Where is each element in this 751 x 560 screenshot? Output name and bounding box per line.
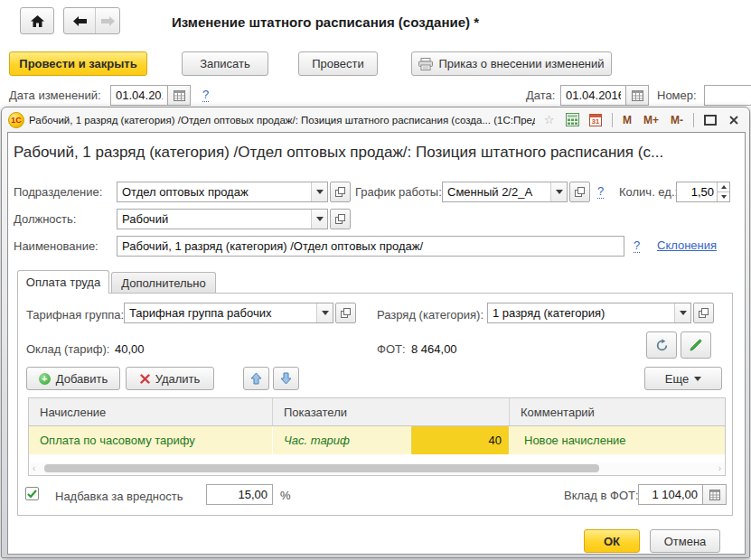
- hazard-checkbox[interactable]: [25, 487, 39, 500]
- quantity-spinner: [717, 182, 729, 201]
- dialog-content: Рабочий, 1 разряд (категория) /Отдел опт…: [7, 132, 746, 555]
- header-comment: Комментарий: [510, 398, 725, 425]
- department-dropdown-button[interactable]: [311, 182, 327, 201]
- fot-contribution-label: Вклад в ФОТ:: [564, 489, 639, 502]
- position-value: Рабочий: [117, 210, 311, 229]
- add-row-button[interactable]: + Добавить: [26, 367, 120, 390]
- schedule-help-link[interactable]: ?: [597, 184, 604, 199]
- write-label: Записать: [200, 57, 250, 70]
- back-arrow-icon: [73, 16, 87, 26]
- schedule-combo[interactable]: Сменный 2/2_А: [442, 182, 590, 202]
- recalculate-button[interactable]: [646, 331, 677, 359]
- hazard-input[interactable]: [206, 484, 273, 505]
- horizontal-scrollbar[interactable]: ‹ ›: [30, 462, 724, 474]
- post-label: Провести: [312, 57, 364, 70]
- cell-value[interactable]: 40: [411, 426, 510, 454]
- tab-additional-label: Дополнительно: [121, 276, 206, 290]
- tab-additional[interactable]: Дополнительно: [111, 272, 216, 294]
- calendar-grid-icon: [632, 90, 643, 101]
- schedule-dropdown-button[interactable]: [550, 182, 567, 201]
- open-icon: [335, 214, 345, 224]
- edit-fot-button[interactable]: [681, 331, 711, 359]
- scroll-right-icon[interactable]: ›: [718, 463, 721, 473]
- calculator-button[interactable]: [563, 111, 582, 128]
- close-icon: [729, 116, 738, 125]
- change-date-calendar-button[interactable]: [168, 85, 191, 106]
- scroll-left-icon[interactable]: ‹: [33, 463, 35, 473]
- ok-label: ОК: [604, 535, 620, 548]
- m-button[interactable]: M: [619, 114, 635, 126]
- tariff-group-dropdown-button[interactable]: [316, 303, 333, 322]
- maximize-icon: [704, 115, 717, 126]
- tariff-group-open-button[interactable]: [335, 303, 356, 323]
- change-date-input[interactable]: [110, 85, 168, 106]
- m-plus-button[interactable]: M+: [640, 114, 662, 126]
- schedule-open-button[interactable]: [569, 182, 590, 202]
- cancel-label: Отмена: [664, 535, 707, 548]
- dialog-titlebar[interactable]: 1С Рабочий, 1 разряд (категория) /Отдел …: [2, 107, 749, 132]
- open-icon: [699, 308, 709, 318]
- fot-contribution-input[interactable]: [638, 484, 703, 505]
- order-print-button[interactable]: Приказ о внесении изменений: [411, 51, 612, 76]
- calendar-button[interactable]: 31: [587, 111, 605, 128]
- write-button[interactable]: Записать: [182, 51, 268, 76]
- home-button[interactable]: [20, 7, 54, 34]
- cell-indicator[interactable]: Час. тариф: [273, 426, 411, 454]
- cancel-button[interactable]: Отмена: [650, 529, 720, 553]
- number-label: Номер:: [657, 89, 697, 102]
- ok-button[interactable]: ОК: [584, 529, 640, 553]
- table-row[interactable]: Оплата по часовому тарифу Час. тариф 40 …: [29, 426, 725, 454]
- titlebar-separator: [693, 113, 694, 127]
- delete-row-button[interactable]: Удалить: [126, 367, 214, 390]
- move-up-button[interactable]: [243, 367, 269, 390]
- post-button[interactable]: Провести: [298, 51, 378, 76]
- arrow-down-icon: [280, 372, 292, 385]
- printer-icon: [418, 58, 433, 70]
- grade-dropdown-button[interactable]: [674, 303, 690, 322]
- date-field: [560, 85, 649, 106]
- name-input[interactable]: [117, 236, 624, 257]
- maximize-button[interactable]: [700, 111, 719, 128]
- date-calendar-button[interactable]: [626, 85, 649, 106]
- tariff-group-combo[interactable]: Тарифная группа рабочих: [124, 303, 356, 323]
- m-minus-button[interactable]: M-: [667, 114, 687, 126]
- fot-label: ФОТ:: [377, 342, 406, 356]
- arrow-up-icon: [250, 372, 262, 385]
- cell-accrual[interactable]: Оплата по часовому тарифу: [29, 426, 273, 454]
- calc-grid-icon: [709, 490, 720, 500]
- grade-combo[interactable]: 1 разряд (категория): [487, 303, 714, 323]
- chevron-down-icon: [556, 190, 563, 194]
- fot-contribution-calc-button[interactable]: [703, 484, 727, 505]
- more-button[interactable]: Еще: [644, 367, 722, 390]
- favorites-star-button[interactable]: ☆: [540, 111, 559, 128]
- forward-button[interactable]: [95, 8, 119, 33]
- spin-down-button[interactable]: [718, 191, 729, 201]
- scrollbar-thumb[interactable]: [44, 464, 599, 472]
- add-row-label: Добавить: [56, 372, 108, 386]
- chevron-down-icon: [316, 217, 324, 221]
- close-button[interactable]: [724, 111, 743, 128]
- star-icon: ☆: [544, 113, 555, 126]
- number-input[interactable]: [704, 85, 751, 106]
- position-combo[interactable]: Рабочий: [117, 209, 351, 229]
- back-button[interactable]: [64, 8, 95, 33]
- post-and-close-button[interactable]: Провести и закрыть: [9, 51, 147, 76]
- quantity-input[interactable]: [677, 182, 717, 201]
- date-input[interactable]: [560, 85, 626, 106]
- department-open-button[interactable]: [330, 182, 351, 202]
- hazard-unit: %: [280, 489, 291, 502]
- grade-open-button[interactable]: [693, 303, 714, 323]
- spin-up-button[interactable]: [718, 182, 729, 191]
- declension-link[interactable]: Склонения: [657, 238, 717, 252]
- department-combo[interactable]: Отдел оптовых продаж: [117, 182, 351, 202]
- tab-pay[interactable]: Оплата труда: [17, 270, 109, 294]
- quantity-label: Колич. ед.:: [619, 185, 678, 199]
- name-help-link[interactable]: ?: [634, 238, 640, 253]
- position-dialog: 1С Рабочий, 1 разряд (категория) /Отдел …: [1, 107, 750, 558]
- department-value: Отдел оптовых продаж: [117, 182, 311, 201]
- position-dropdown-button[interactable]: [311, 210, 327, 229]
- position-open-button[interactable]: [330, 209, 351, 229]
- cell-comment[interactable]: Новое начисление: [510, 426, 725, 454]
- change-date-help-link[interactable]: ?: [202, 88, 209, 102]
- move-down-button[interactable]: [273, 367, 299, 390]
